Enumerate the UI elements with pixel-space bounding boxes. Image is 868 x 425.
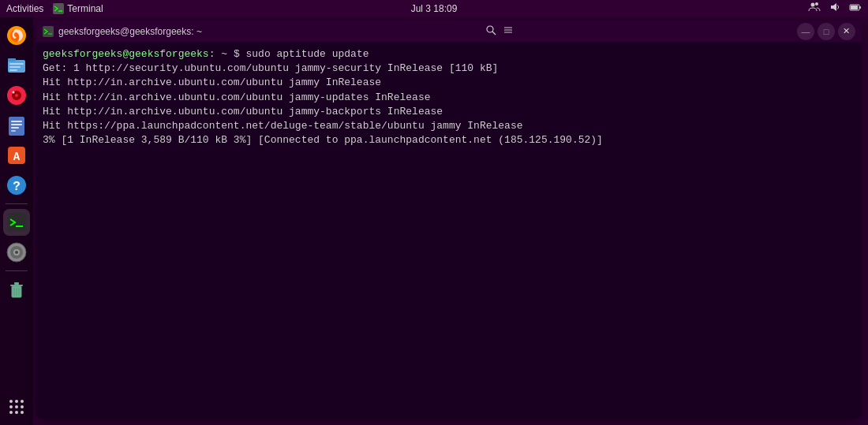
svg-rect-20 — [11, 121, 22, 122]
dock-item-firefox[interactable] — [3, 22, 30, 49]
terminal-prompt-line: geeksforgeeks@geeksforgeeks: ~ $ sudo ap… — [43, 47, 855, 62]
terminal-title: geeksforgeeks@geeksforgeeks: ~ — [58, 26, 202, 37]
terminal-content[interactable]: geeksforgeeks@geeksforgeeks: ~ $ sudo ap… — [36, 43, 862, 419]
svg-point-3 — [815, 2, 818, 6]
svg-rect-21 — [11, 124, 22, 125]
dock-item-trash[interactable] — [3, 276, 30, 303]
dock: A ? — [0, 17, 33, 425]
titlebar-terminal-icon — [43, 26, 54, 37]
terminal-output-line-0: Get: 1 http://security.ubuntu.com/ubuntu… — [43, 62, 855, 76]
svg-rect-11 — [8, 58, 16, 62]
svg-point-18 — [13, 91, 15, 94]
svg-point-51 — [487, 26, 493, 32]
svg-rect-36 — [14, 282, 19, 285]
system-bar-right — [808, 1, 862, 17]
trash-icon — [6, 278, 28, 300]
dock-item-files[interactable] — [3, 52, 30, 79]
hamburger-menu-icon[interactable] — [503, 24, 514, 39]
dock-item-app-grid[interactable] — [3, 393, 30, 420]
svg-point-48 — [21, 411, 24, 414]
files-icon — [6, 54, 28, 76]
terminal-titlebar: geeksforgeeks@geeksforgeeks: ~ — [36, 21, 862, 43]
svg-text:?: ? — [13, 180, 21, 194]
titlebar-left: geeksforgeeks@geeksforgeeks: ~ — [43, 26, 202, 37]
system-bar-left: Activities Terminal — [6, 3, 103, 14]
terminal-tab-icon — [53, 3, 64, 14]
battery-icon[interactable] — [849, 1, 862, 17]
software-center-icon: A — [6, 144, 28, 166]
svg-rect-13 — [9, 66, 21, 68]
prompt-path: ~ — [215, 48, 227, 60]
app-grid-icon — [7, 397, 26, 416]
svg-rect-12 — [9, 63, 24, 65]
help-icon: ? — [6, 174, 28, 196]
terminal-output-line-5: 3% [1 InRelease 3,589 B/110 kB 3%] [Conn… — [43, 133, 855, 147]
system-bar: Activities Terminal Jul 3 18:09 — [0, 0, 868, 17]
svg-marker-4 — [831, 3, 836, 11]
firefox-icon — [6, 24, 28, 47]
dock-item-software-center[interactable]: A — [3, 142, 30, 169]
svg-point-47 — [15, 411, 18, 414]
svg-rect-19 — [9, 117, 24, 136]
maximize-button[interactable]: □ — [817, 23, 835, 40]
titlebar-controls: — □ ✕ — [797, 23, 855, 40]
main-area: A ? — [0, 17, 868, 425]
svg-point-2 — [811, 3, 815, 7]
svg-rect-6 — [851, 6, 858, 9]
svg-point-46 — [9, 411, 13, 414]
dock-item-help[interactable]: ? — [3, 172, 30, 199]
prompt-user: geeksforgeeks — [43, 48, 122, 60]
terminal-output-line-4: Hit https://ppa.launchpadcontent.net/del… — [43, 119, 855, 133]
optical-disc-icon — [6, 241, 28, 263]
svg-point-41 — [15, 400, 18, 403]
svg-rect-28 — [7, 213, 26, 232]
close-button[interactable]: ✕ — [838, 23, 855, 40]
search-icon[interactable] — [485, 24, 496, 39]
dock-item-terminal[interactable] — [3, 209, 30, 236]
svg-point-42 — [21, 400, 24, 403]
svg-point-40 — [9, 400, 13, 403]
system-bar-datetime: Jul 3 18:09 — [411, 3, 458, 14]
prompt-dollar: $ — [227, 48, 240, 60]
titlebar-menu — [485, 24, 514, 39]
terminal-output-line-2: Hit http://in.archive.ubuntu.com/ubuntu … — [43, 91, 855, 105]
command-text: sudo aptitude update — [240, 48, 369, 60]
terminal-output-line-1: Hit http://in.archive.ubuntu.com/ubuntu … — [43, 76, 855, 90]
svg-point-45 — [21, 405, 24, 408]
dock-item-text-editor[interactable] — [3, 112, 30, 139]
terminal-window: geeksforgeeks@geeksforgeeks: ~ — [36, 21, 862, 419]
svg-line-52 — [492, 32, 496, 35]
rhythmbox-icon — [6, 84, 28, 106]
svg-rect-22 — [11, 127, 19, 129]
prompt-host: geeksforgeeks — [129, 48, 208, 60]
people-icon[interactable] — [808, 1, 821, 17]
svg-rect-35 — [10, 285, 23, 286]
terminal-dock-icon — [6, 211, 28, 233]
activities-button[interactable]: Activities — [6, 3, 43, 14]
sound-icon[interactable] — [829, 1, 841, 17]
dock-separator-1 — [6, 203, 28, 204]
text-editor-icon — [6, 114, 28, 136]
dock-item-optical-disc[interactable] — [3, 239, 30, 266]
svg-point-17 — [15, 94, 18, 97]
dock-separator-2 — [6, 270, 28, 271]
svg-rect-14 — [9, 69, 17, 71]
svg-point-43 — [9, 405, 13, 408]
svg-point-33 — [15, 251, 18, 254]
svg-point-44 — [15, 405, 18, 408]
minimize-button[interactable]: — — [797, 23, 814, 40]
svg-rect-23 — [11, 130, 16, 132]
svg-rect-7 — [859, 6, 861, 9]
dock-item-rhythmbox[interactable] — [3, 82, 30, 109]
svg-text:A: A — [13, 151, 21, 163]
terminal-output-line-3: Hit http://in.archive.ubuntu.com/ubuntu … — [43, 105, 855, 119]
terminal-tab-label: Terminal — [67, 3, 103, 14]
terminal-taskbar-tab[interactable]: Terminal — [53, 3, 103, 14]
